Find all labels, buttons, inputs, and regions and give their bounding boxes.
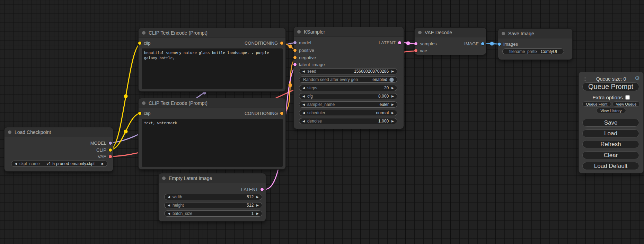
view-history-button[interactable]: View History: [596, 108, 626, 113]
batch-size-widget[interactable]: ◀ batch_size 1 ▶: [164, 210, 262, 217]
increment-arrow-icon[interactable]: ▶: [256, 204, 259, 207]
extra-options-row: Extra options: [579, 94, 643, 100]
input-slot-negative[interactable]: negative: [293, 54, 316, 61]
seed-widget[interactable]: ◀ seed 156680208700286 ▶: [299, 68, 397, 74]
extra-options-checkbox[interactable]: [625, 95, 630, 100]
decrement-arrow-icon[interactable]: ◀: [302, 70, 305, 73]
node-title-bar[interactable]: Load Checkpoint: [5, 127, 113, 137]
node-clip-text-encode-negative[interactable]: CLIP Text Encode (Prompt) clip CONDITION…: [139, 98, 285, 169]
input-slot-samples[interactable]: samples: [414, 40, 436, 47]
port-latent-output[interactable]: [261, 188, 264, 191]
port-model-input[interactable]: [293, 41, 297, 44]
width-widget[interactable]: ◀ width 512 ▶: [164, 194, 262, 200]
decrement-arrow-icon[interactable]: ◀: [15, 162, 17, 165]
node-title-bar[interactable]: VAE Decode: [415, 28, 486, 37]
node-title-bar[interactable]: KSampler: [294, 27, 404, 37]
node-vae-decode[interactable]: VAE Decode samples vae IMAGE: [415, 28, 486, 55]
input-slot-vae[interactable]: vae: [414, 47, 427, 54]
clear-button[interactable]: Clear: [582, 151, 639, 159]
decrement-arrow-icon[interactable]: ◀: [168, 204, 170, 207]
port-model-output[interactable]: [109, 142, 112, 145]
port-images-input[interactable]: [498, 43, 501, 46]
output-slot-latent[interactable]: LATENT: [379, 39, 401, 46]
input-slot-latent-image[interactable]: latent_image: [293, 61, 325, 68]
port-vae-output[interactable]: [109, 155, 112, 158]
refresh-button[interactable]: Refresh: [582, 140, 639, 148]
node-load-checkpoint[interactable]: Load Checkpoint MODEL CLIP VAE ◀ ckpt_na…: [5, 127, 113, 171]
load-default-button[interactable]: Load Default: [582, 162, 639, 170]
node-status-dot: [502, 32, 505, 35]
output-slot-image[interactable]: IMAGE: [464, 40, 484, 47]
output-slot-conditioning[interactable]: CONDITIONING: [245, 39, 283, 46]
node-title-bar[interactable]: Save Image: [498, 29, 572, 38]
cfg-widget[interactable]: ◀ cfg 8.000 ▶: [299, 93, 397, 99]
node-title-bar[interactable]: CLIP Text Encode (Prompt): [139, 98, 285, 108]
input-slot-clip[interactable]: clip: [138, 39, 151, 46]
port-image-output[interactable]: [481, 42, 484, 45]
output-slot-clip[interactable]: CLIP: [96, 146, 112, 153]
output-slot-latent[interactable]: LATENT: [241, 186, 264, 193]
node-ksampler[interactable]: KSampler model positive negative latent_…: [294, 27, 404, 129]
increment-arrow-icon[interactable]: ▶: [391, 95, 394, 98]
increment-arrow-icon[interactable]: ▶: [256, 212, 259, 215]
ckpt-name-widget[interactable]: ◀ ckpt_name v1-5-pruned-emaonly.ckpt ▶: [11, 161, 107, 167]
queue-prompt-button[interactable]: Queue Prompt: [582, 82, 639, 91]
increment-arrow-icon[interactable]: ▶: [391, 70, 394, 73]
height-widget[interactable]: ◀ height 512 ▶: [164, 202, 262, 208]
input-slot-clip[interactable]: clip: [138, 110, 151, 117]
view-queue-button[interactable]: View Queue: [612, 101, 640, 107]
port-samples-input[interactable]: [414, 42, 417, 45]
port-latent-image-input[interactable]: [293, 63, 297, 66]
port-positive-input[interactable]: [293, 49, 297, 52]
port-negative-input[interactable]: [293, 56, 297, 59]
graph-canvas[interactable]: Load Checkpoint MODEL CLIP VAE ◀ ckpt_na…: [0, 0, 644, 244]
port-latent-output[interactable]: [398, 41, 401, 44]
node-title: Load Checkpoint: [15, 129, 51, 135]
steps-widget[interactable]: ◀ steps 20 ▶: [299, 85, 397, 91]
decrement-arrow-icon[interactable]: ◀: [302, 103, 305, 106]
port-conditioning-output[interactable]: [280, 112, 283, 115]
decrement-arrow-icon[interactable]: ◀: [302, 111, 305, 115]
increment-arrow-icon[interactable]: ▶: [391, 111, 394, 115]
output-slot-conditioning[interactable]: CONDITIONING: [245, 110, 283, 117]
gear-icon[interactable]: ⚙: [635, 75, 640, 82]
node-title-bar[interactable]: Empty Latent Image: [159, 173, 266, 183]
input-slot-images[interactable]: images: [498, 40, 518, 47]
positive-prompt-textarea[interactable]: beautiful scenery nature glass bottle la…: [142, 48, 283, 89]
input-slot-positive[interactable]: positive: [293, 47, 314, 54]
decrement-arrow-icon[interactable]: ◀: [168, 212, 170, 215]
increment-arrow-icon[interactable]: ▶: [391, 87, 394, 90]
random-seed-toggle-widget[interactable]: Random seed after every gen enabled: [299, 76, 397, 83]
queue-front-button[interactable]: Queue Front: [582, 101, 611, 107]
load-button[interactable]: Load: [582, 129, 639, 137]
increment-arrow-icon[interactable]: ▶: [256, 196, 259, 199]
negative-prompt-textarea[interactable]: text, watermark: [142, 119, 283, 167]
port-clip-input[interactable]: [138, 112, 141, 115]
node-save-image[interactable]: Save Image images filename_prefix ComfyU…: [498, 29, 572, 60]
port-vae-input[interactable]: [414, 49, 417, 52]
link-dot: [490, 42, 494, 46]
input-slot-model[interactable]: model: [293, 39, 311, 46]
decrement-arrow-icon[interactable]: ◀: [168, 196, 170, 199]
increment-arrow-icon[interactable]: ▶: [391, 120, 394, 123]
decrement-arrow-icon[interactable]: ◀: [302, 87, 305, 90]
decrement-arrow-icon[interactable]: ◀: [302, 120, 305, 123]
save-button[interactable]: Save: [582, 119, 639, 127]
queue-panel[interactable]: Queue size: 0 ⚙ Queue Prompt Extra optio…: [579, 72, 643, 173]
increment-arrow-icon[interactable]: ▶: [391, 103, 394, 106]
output-slot-vae[interactable]: VAE: [98, 153, 112, 160]
port-conditioning-output[interactable]: [280, 42, 283, 45]
denoise-widget[interactable]: ◀ denoise 1.000 ▶: [299, 118, 397, 124]
node-empty-latent-image[interactable]: Empty Latent Image LATENT ◀ width 512 ▶ …: [159, 173, 266, 221]
increment-arrow-icon[interactable]: ▶: [102, 162, 104, 165]
filename-prefix-widget[interactable]: filename_prefix ComfyUI: [502, 48, 564, 54]
port-clip-input[interactable]: [138, 42, 141, 45]
node-title-bar[interactable]: CLIP Text Encode (Prompt): [139, 28, 285, 38]
scheduler-widget[interactable]: ◀ scheduler normal ▶: [299, 110, 397, 116]
node-clip-text-encode-positive[interactable]: CLIP Text Encode (Prompt) clip CONDITION…: [139, 28, 285, 91]
port-clip-output[interactable]: [109, 148, 112, 152]
sampler-name-widget[interactable]: ◀ sampler_name euler ▶: [299, 101, 397, 108]
output-slot-model[interactable]: MODEL: [90, 139, 112, 146]
toggle-dot-icon[interactable]: [389, 78, 394, 82]
decrement-arrow-icon[interactable]: ◀: [302, 95, 305, 98]
